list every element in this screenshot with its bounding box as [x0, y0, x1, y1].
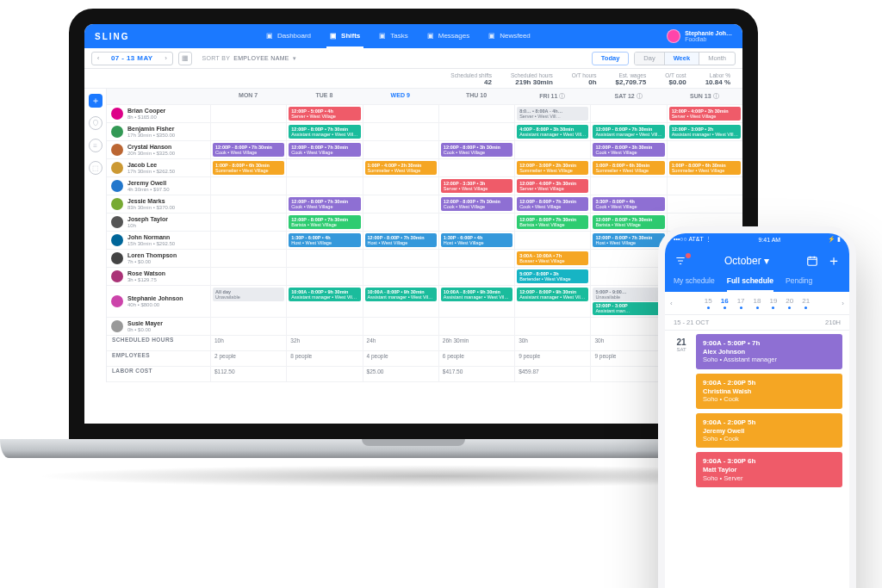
phone-tab-my-schedule[interactable]: My schedule	[674, 276, 715, 292]
day-cell[interactable]	[286, 159, 362, 176]
shift-block[interactable]: 12:00P - 8:00P • 3h 30minCook • West Vil…	[593, 143, 664, 157]
shift-block[interactable]: 12:00P - 8:00P • 7h 30minAssistant manag…	[593, 125, 664, 139]
shift-block[interactable]: 10:00A - 8:00P • 9h 30minAssistant manag…	[441, 288, 512, 301]
day-cell[interactable]	[438, 123, 514, 140]
day-cell[interactable]	[286, 250, 362, 267]
day-cell[interactable]	[363, 268, 438, 285]
day-cell[interactable]: 12:00P - 8:00P • 7h 30minHost • West Vil…	[590, 232, 666, 249]
shift-block[interactable]: 12:00P - 8:00P • 7h 30minCook • West Vil…	[441, 197, 512, 211]
employee-cell[interactable]: Brian Cooper8h • $165.00	[107, 105, 210, 122]
shift-block[interactable]: 12:00P - 8:00P • 7h 30minBarista • West …	[517, 215, 588, 229]
employee-cell[interactable]: John Normann15h 30min • $292.50	[107, 232, 210, 249]
phone-title[interactable]: October ▾	[724, 255, 769, 267]
day-cell[interactable]	[667, 141, 742, 158]
calendar-picker-button[interactable]: ▦	[178, 52, 192, 65]
day-cell[interactable]	[438, 318, 514, 335]
day-cell[interactable]	[286, 268, 362, 285]
day-cell[interactable]	[210, 177, 286, 195]
nav-shifts[interactable]: ▣Shifts	[326, 25, 363, 48]
day-cell[interactable]	[514, 232, 590, 249]
shift-block[interactable]: 12:00P - 8:00P • 9h 30minAssistant manag…	[517, 288, 588, 301]
day-cell[interactable]	[514, 318, 590, 335]
day-cell[interactable]: 12:00P - 8:00P • 7h 30minHost • West Vil…	[363, 232, 438, 249]
day-cell[interactable]	[667, 195, 742, 213]
employee-cell[interactable]: Benjamin Fisher17h 30min • $350.00	[107, 123, 210, 140]
shift-block[interactable]: 5:00P - 8:00P • 3hBartender • West Villa…	[517, 269, 588, 283]
shift-block[interactable]: 3:00A - 10:00A • 7hBusser • West Village	[517, 251, 588, 265]
day-cell[interactable]: 10:00A - 8:00P • 9h 30minAssistant manag…	[363, 286, 438, 317]
filter-icon[interactable]: ≡	[89, 139, 102, 152]
shift-block[interactable]: 10:00A - 8:00P • 9h 30minAssistant manag…	[289, 288, 360, 301]
shift-block[interactable]: 8:0… • 8:00A - 4h…Server • West Vill…	[517, 107, 588, 121]
phone-day[interactable]: 16	[721, 297, 729, 309]
day-cell[interactable]: 4:00P - 8:00P • 3h 30minAssistant manage…	[514, 123, 590, 140]
day-header[interactable]: THU 10	[438, 89, 514, 104]
day-cell[interactable]	[210, 250, 286, 267]
day-cell[interactable]: 12:00P - 8:00P • 7h 30minAssistant manag…	[286, 123, 362, 140]
day-cell[interactable]: 12:00P - 8:00P • 9h 30minAssistant manag…	[514, 286, 590, 317]
day-header[interactable]: TUE 8	[286, 89, 362, 104]
phone-day[interactable]: 15	[705, 297, 712, 309]
day-cell[interactable]: 1:30P - 6:00P • 4hHost • West Village	[438, 232, 514, 249]
day-cell[interactable]: 1:00P - 8:00P • 6h 30minSommelier • West…	[590, 159, 666, 176]
phone-calendar-button[interactable]	[806, 255, 818, 267]
phone-tab-full-schedule[interactable]: Full schedule	[727, 276, 773, 292]
shift-block[interactable]: 3:30P - 8:00P • 4hCook • West Village	[593, 197, 664, 211]
employee-cell[interactable]: Joseph Taylor10h	[107, 214, 210, 231]
day-header[interactable]: SAT 12 ⓘ	[590, 89, 666, 104]
day-header[interactable]: MON 7	[210, 89, 286, 104]
day-cell[interactable]: 12:00P - 8:00P • 7h 30minCook • West Vil…	[438, 195, 514, 213]
shift-block[interactable]: 12:00P - 3:30P • 3hServer • West Village	[441, 179, 512, 193]
day-cell[interactable]: 12:00P - 3:30P • 3hServer • West Village	[438, 177, 514, 195]
day-cell[interactable]	[438, 105, 514, 122]
shift-block[interactable]: 1:00P - 8:00P • 6h 30minSommelier • West…	[213, 161, 284, 175]
day-cell[interactable]: 10:00A - 8:00P • 9h 30minAssistant manag…	[286, 286, 362, 317]
day-cell[interactable]	[363, 214, 438, 231]
phone-shift-card[interactable]: 9:00A - 3:00P 6hMatt TaylorSoho • Server	[696, 452, 842, 487]
shift-block[interactable]: 1:00P - 8:00P • 6h 30minSommelier • West…	[593, 161, 664, 175]
day-cell[interactable]: 12:00P - 8:00P • 3h 30minCook • West Vil…	[438, 141, 514, 158]
day-cell[interactable]	[363, 123, 438, 140]
day-cell[interactable]	[438, 250, 514, 267]
day-cell[interactable]: 12:00P - 8:00P • 7h 30minCook • West Vil…	[286, 141, 362, 158]
nav-newsfeed[interactable]: ▣Newsfeed	[485, 25, 534, 48]
shift-block[interactable]: 12:00P - 4:00P • 3h 30minServer • West V…	[669, 107, 741, 121]
shift-block[interactable]: 12:00P - 8:00P • 7h 30minBarista • West …	[289, 215, 360, 229]
day-cell[interactable]	[363, 141, 438, 158]
shift-block[interactable]: 12:00P - 8:00P • 7h 30minAssistant manag…	[289, 125, 360, 139]
nav-tasks[interactable]: ▣Tasks	[376, 25, 411, 48]
day-cell[interactable]	[590, 105, 666, 122]
shift-block[interactable]: 12:00P - 3:00P • 2h 30minSommelier • Wes…	[517, 161, 588, 175]
day-cell[interactable]	[210, 232, 286, 249]
day-cell[interactable]	[363, 105, 438, 122]
employee-cell[interactable]: Jessie Marks83h 30min • $370.00	[107, 195, 210, 213]
shift-block[interactable]: 1:30P - 6:00P • 4hHost • West Village	[441, 233, 512, 247]
day-cell[interactable]	[438, 159, 514, 176]
day-cell[interactable]: 12:00P - 8:00P • 7h 30minCook • West Vil…	[210, 141, 286, 158]
day-cell[interactable]: 1:00P - 8:00P • 6h 30minSommelier • West…	[210, 159, 286, 176]
day-header[interactable]: FRI 11 ⓘ	[514, 89, 590, 104]
shift-block[interactable]: 1:00P - 4:00P • 2h 30minSommelier • West…	[365, 161, 437, 175]
day-header[interactable]: SUN 13 ⓘ	[667, 89, 742, 104]
add-button[interactable]: ＋	[89, 94, 102, 108]
nav-dashboard[interactable]: ▣Dashboard	[263, 25, 314, 48]
day-cell[interactable]: 5:00P - 9:00…Unavailable12:00P - 3:00PAs…	[590, 286, 666, 317]
day-cell[interactable]	[210, 123, 286, 140]
phone-prev-week[interactable]: ‹	[670, 300, 673, 307]
shift-block[interactable]: 12:00P - 8:00P • 7h 30minHost • West Vil…	[593, 233, 664, 247]
day-cell[interactable]	[514, 141, 590, 158]
day-cell[interactable]: 12:00P - 8:00P • 7h 30minAssistant manag…	[590, 123, 666, 140]
day-cell[interactable]: 12:00P - 3:00P • 2h 30minSommelier • Wes…	[514, 159, 590, 176]
day-cell[interactable]: 1:30P - 6:00P • 4hHost • West Village	[286, 232, 362, 249]
day-cell[interactable]: 12:00P - 8:00P • 3h 30minCook • West Vil…	[590, 141, 666, 158]
day-cell[interactable]	[667, 177, 742, 195]
view-day[interactable]: Day	[635, 53, 663, 65]
day-cell[interactable]	[210, 195, 286, 213]
day-cell[interactable]: 12:00P - 3:00P • 2hAssistant manager • W…	[667, 123, 742, 140]
day-cell[interactable]: 10:00A - 8:00P • 9h 30minAssistant manag…	[438, 286, 514, 317]
day-cell[interactable]: 12:00P - 8:00P • 7h 30minBarista • West …	[590, 214, 666, 231]
day-cell[interactable]	[210, 318, 286, 335]
phone-filter-button[interactable]	[674, 255, 687, 267]
phone-add-button[interactable]: ＋	[827, 255, 841, 267]
shift-block[interactable]: All dayUnavailable	[213, 288, 284, 301]
